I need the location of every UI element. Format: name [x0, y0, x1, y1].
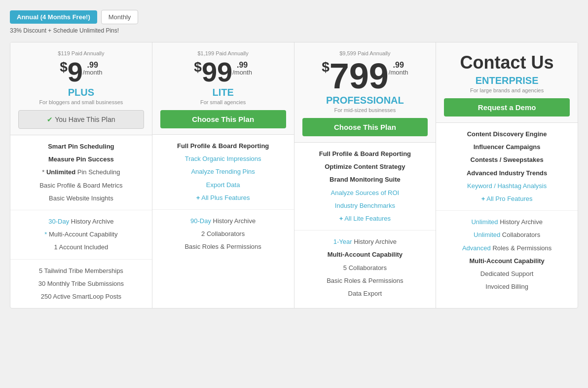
feature-item: Export Data [160, 181, 286, 190]
feature-item: * Multi-Account Capability [18, 230, 144, 239]
feature-item: 5 Collaborators [302, 264, 428, 272]
feature-bold: Full Profile & Board Reporting [177, 142, 269, 150]
features-history-professional: 1-Year History ArchiveMulti-Account Capa… [294, 231, 436, 305]
features-history-enterprise: Unlimited History ArchiveUnlimited Colla… [436, 211, 578, 298]
plan-col-professional: $9,599 Paid Annually $ 799 .99 /month PR… [294, 42, 437, 308]
feature-prefix: 30-Day [48, 218, 71, 225]
feature-prefix: Unlimited [474, 231, 502, 238]
feature-text: Invoiced Billing [485, 283, 528, 290]
feature-item: * Unlimited Pin Scheduling [18, 168, 144, 177]
feature-text: Basic Website Insights [49, 194, 113, 202]
plan-name: LITE [160, 87, 286, 98]
plan-tagline: For mid-sized businesses [302, 107, 428, 113]
choose-plan-button[interactable]: Choose This Plan [160, 110, 286, 128]
plan-name: PLUS [18, 87, 144, 98]
feature-item: Analyze Sources of ROI [302, 189, 428, 197]
plan-name: PROFESSIONAL [302, 95, 428, 106]
feature-text: 2 Collaborators [201, 230, 245, 237]
plan-header-plus: $119 Paid Annually $ 9 .99 /month PLUS F… [10, 42, 152, 135]
features-history-plus: 30-Day History Archive* Multi-Account Ca… [10, 210, 152, 260]
price-display: $ 99 .99 /month [160, 58, 286, 86]
feature-item: + All Lite Features [302, 214, 428, 223]
feature-prefix: * [44, 231, 49, 238]
feature-bold: Optimize Content Strategy [325, 163, 405, 170]
feature-bold: Brand Monitoring Suite [330, 176, 401, 183]
discount-text: 33% Discount + Schedule Unlimited Pins! [10, 27, 578, 34]
feature-item: Optimize Content Strategy [302, 162, 428, 171]
price-number: 9 [68, 58, 83, 86]
feature-bold: Multi-Account Capability [469, 257, 544, 265]
plan-tagline: For small agencies [160, 99, 286, 105]
feature-text: Basic Profile & Board Metrics [39, 182, 122, 189]
price-month: /month [232, 69, 252, 76]
feature-bold: Smart Pin Scheduling [48, 143, 114, 150]
feature-bold: Full Profile & Board Reporting [319, 150, 411, 157]
feature-bold: Measure Pin Success [48, 155, 114, 163]
price-number: 99 [202, 58, 232, 86]
feature-item: 1-Year History Archive [302, 237, 428, 246]
feature-item: 2 Collaborators [160, 230, 286, 238]
features-history-lite: 90-Day History Archive2 CollaboratorsBas… [152, 210, 294, 259]
feature-bold: Multi-Account Capability [328, 251, 403, 258]
feature-item: Multi-Account Capability [444, 257, 570, 266]
feature-item: Data Export [302, 289, 428, 298]
choose-plan-button[interactable]: Choose This Plan [302, 118, 428, 136]
feature-text: Collaborators [502, 231, 540, 238]
feature-item: Influencer Campaigns [444, 143, 570, 152]
feature-item: Smart Pin Scheduling [18, 142, 144, 151]
feature-text: 5 Collaborators [343, 264, 387, 272]
feature-text: Dedicated Support [480, 270, 534, 277]
feature-text: 1 Account Included [54, 243, 108, 251]
feature-text: History Archive [213, 217, 256, 225]
feature-prefix: Advanced [462, 244, 492, 252]
current-plan-badge: ✔You Have This Plan [18, 110, 144, 129]
feature-item: Content Discovery Engine [444, 130, 570, 139]
feature-item: Contests / Sweepstakes [444, 155, 570, 164]
feature-item: Full Profile & Board Reporting [302, 150, 428, 158]
price-dollar-sign: $ [322, 60, 330, 74]
price-annual-note: $1,199 Paid Annually [160, 50, 286, 56]
price-annual-note: $119 Paid Annually [18, 50, 144, 56]
enterprise-header: Contact Us ENTERPRISE For large brands a… [436, 42, 578, 123]
price-dollar-sign: $ [60, 60, 68, 74]
plan-tagline: For bloggers and small businesses [18, 99, 144, 105]
feature-link: Keyword / Hashtag Analysis [467, 182, 547, 190]
feature-text: Basic Roles & Permissions [184, 243, 261, 250]
annual-button[interactable]: Annual (4 Months Free!) [10, 10, 97, 24]
billing-toggle: Annual (4 Months Free!) Monthly [10, 10, 578, 24]
price-cents: .99 [389, 61, 408, 69]
price-cents: .99 [83, 61, 103, 69]
feature-text: All Lite Features [344, 215, 391, 222]
plan-tagline: For large brands and agencies [444, 87, 570, 93]
price-cents-month: .99 /month [232, 61, 252, 76]
feature-bold: Contests / Sweepstakes [471, 156, 544, 163]
feature-link: Track Organic Impressions [185, 155, 261, 162]
feature-prefix: Unlimited [471, 218, 500, 226]
feature-text: Multi-Account Capability [49, 231, 117, 238]
price-cents: .99 [232, 61, 252, 69]
plan-name: ENTERPRISE [444, 75, 570, 86]
feature-item: 1 Account Included [18, 243, 144, 252]
feature-item: 30-Day History Archive [18, 217, 144, 226]
plans-container: $119 Paid Annually $ 9 .99 /month PLUS F… [10, 42, 578, 309]
price-dollar-sign: $ [194, 60, 202, 74]
feature-suffix: Pin Scheduling [75, 168, 120, 176]
plus-icon: + [481, 195, 485, 202]
monthly-button[interactable]: Monthly [101, 10, 139, 24]
feature-text: Data Export [348, 290, 382, 297]
feature-item: Unlimited Collaborators [444, 231, 570, 239]
feature-item: Keyword / Hashtag Analysis [444, 182, 570, 191]
feature-item: Invoiced Billing [444, 282, 570, 291]
features-analytics-enterprise: Content Discovery EngineInfluencer Campa… [436, 123, 578, 211]
feature-item: Basic Website Insights [18, 194, 144, 203]
feature-item: 30 Monthly Tribe Submissions [18, 279, 144, 288]
feature-text: History Archive [354, 238, 397, 245]
feature-text: Basic Roles & Permissions [327, 277, 403, 284]
request-demo-button[interactable]: Request a Demo [444, 98, 570, 116]
plan-header-professional: $9,599 Paid Annually $ 799 .99 /month PR… [294, 42, 436, 143]
feature-item: 90-Day History Archive [160, 217, 286, 226]
feature-text: Roles & Permissions [492, 244, 551, 252]
feature-text: All Plus Features [201, 194, 250, 201]
feature-bold: Advanced Industry Trends [467, 169, 547, 177]
price-cents-month: .99 /month [389, 61, 408, 76]
